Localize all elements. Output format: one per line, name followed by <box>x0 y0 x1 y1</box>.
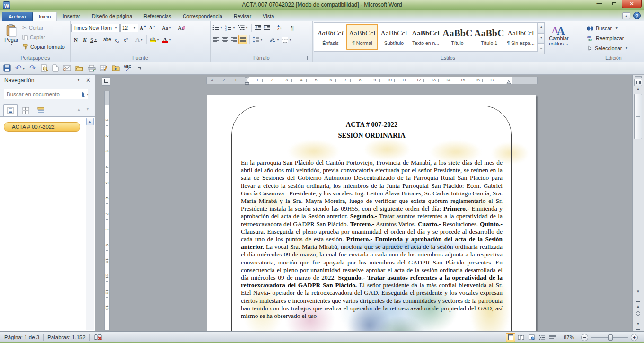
nav-tab-headings[interactable] <box>3 104 18 116</box>
tab-diseno-de-pagina[interactable]: Diseño de página <box>86 12 138 21</box>
view-fullscreen-reading-button[interactable] <box>516 333 526 342</box>
grow-font-button[interactable]: A▲ <box>139 23 148 32</box>
align-right-button[interactable] <box>229 35 238 44</box>
style-card-enfasis[interactable]: AaBbCcI Énfasis <box>315 24 346 50</box>
browse-object-button[interactable] <box>634 310 642 320</box>
tab-insertar[interactable]: Insertar <box>57 12 86 21</box>
subscript-button[interactable]: x₂ <box>113 35 121 44</box>
decrease-indent-button[interactable] <box>254 23 262 32</box>
shrink-font-button[interactable]: A▼ <box>148 23 157 32</box>
superscript-button[interactable]: x² <box>122 35 130 44</box>
font-dialog-launcher[interactable] <box>205 56 209 60</box>
print-preview-button[interactable] <box>40 63 48 73</box>
right-indent-marker[interactable] <box>506 80 511 84</box>
scroll-up-button[interactable]: ▲ <box>634 86 642 93</box>
font-color-button[interactable]: A ▼ <box>161 35 173 44</box>
paragraph-dialog-launcher[interactable] <box>307 56 311 60</box>
mail-attachment-button[interactable] <box>63 63 71 73</box>
zoom-level[interactable]: 87% <box>557 333 578 343</box>
style-card-subtitulo[interactable]: AaBbCcI Subtítulo <box>378 24 410 50</box>
save-button[interactable] <box>3 63 11 73</box>
paste-button[interactable]: Pegar ▼ <box>1 22 21 54</box>
close-button[interactable]: ✕ <box>622 0 642 8</box>
text-effects-button[interactable]: A▼ <box>134 35 144 44</box>
replace-button[interactable]: ab ac Reemplazar <box>587 33 628 43</box>
nav-scroll-up-button[interactable]: ▲ <box>86 118 94 125</box>
copy-button[interactable]: Copiar <box>21 33 65 42</box>
multilevel-list-button[interactable]: ▼ <box>237 23 249 32</box>
style-card-titulo-1[interactable]: AaBbC Título 1 <box>473 24 505 50</box>
nav-previous-button[interactable]: ▲ <box>77 107 81 112</box>
clear-formatting-button[interactable]: Aa <box>177 23 186 32</box>
bullets-button[interactable]: ▼ <box>212 23 224 32</box>
find-button[interactable]: Buscar ▼ <box>587 23 628 33</box>
nav-list-scrollbar[interactable]: ▲ <box>86 118 94 330</box>
help-button[interactable]: ? <box>633 12 641 19</box>
italic-button[interactable]: K <box>80 35 89 44</box>
quick-print-button[interactable]: ✓ <box>88 63 96 73</box>
show-marks-button[interactable]: ¶ <box>288 23 297 32</box>
change-styles-button[interactable]: A A Cambiar estilos ▼ <box>545 22 573 54</box>
search-options-dropdown[interactable]: ▼ <box>86 93 89 96</box>
style-card-titulo[interactable]: AaBbC Título <box>441 24 473 50</box>
tab-archivo[interactable]: Archivo <box>2 12 33 21</box>
align-left-button[interactable] <box>212 35 220 44</box>
tab-revisar[interactable]: Revisar <box>228 12 257 21</box>
split-handle[interactable] <box>635 76 642 78</box>
open-button[interactable] <box>75 63 83 73</box>
spelling-button[interactable]: ABC ✓ <box>124 63 131 73</box>
nav-tab-results[interactable] <box>34 104 48 116</box>
view-web-layout-button[interactable] <box>527 333 536 342</box>
search-input[interactable] <box>4 91 82 97</box>
styles-scroll-up-button[interactable]: ▲ <box>538 22 545 33</box>
underline-button[interactable]: S▼ <box>89 35 98 44</box>
style-card-normal[interactable]: AaBbCcI ¶ Normal <box>346 24 378 50</box>
redo-button[interactable]: ↷ <box>29 63 35 73</box>
tab-correspondencia[interactable]: Correspondencia <box>177 12 228 21</box>
bold-button[interactable]: N <box>71 35 80 44</box>
word-count[interactable]: Palabras: 1.152 <box>44 333 89 343</box>
new-document-button[interactable] <box>52 63 59 73</box>
font-size-combo[interactable]: 12 ▼ <box>120 24 138 32</box>
increase-indent-button[interactable] <box>263 23 271 32</box>
nav-tab-pages[interactable] <box>18 104 33 116</box>
tab-inicio[interactable]: Inicio <box>33 12 57 21</box>
qat-more-button[interactable]: ▼ <box>138 63 142 73</box>
cut-button[interactable]: ✂ Cortar <box>21 23 65 33</box>
zoom-slider[interactable] <box>591 337 628 338</box>
proofing-status-button[interactable] <box>90 333 106 343</box>
borders-button[interactable]: ▼ <box>281 35 293 44</box>
folder-special-button[interactable]: ★ <box>112 63 120 73</box>
zoom-slider-thumb[interactable] <box>608 334 613 341</box>
zoom-out-button[interactable]: – <box>581 334 588 341</box>
styles-dialog-launcher[interactable] <box>578 56 582 60</box>
nav-heading-item[interactable]: ACTA # 007-2022 <box>4 122 80 132</box>
tab-selector-button[interactable] <box>102 77 110 86</box>
tab-referencias[interactable]: Referencias <box>138 12 177 21</box>
page-indicator[interactable]: Página: 1 de 3 <box>0 333 43 343</box>
scroll-down-button[interactable]: ▼ <box>634 289 642 295</box>
strikethrough-button[interactable]: abe <box>102 35 112 44</box>
highlight-button[interactable]: ab ▼ <box>149 35 160 44</box>
navigation-close-button[interactable]: ✕ <box>86 75 91 86</box>
indent-markers[interactable] <box>245 76 249 86</box>
shading-button[interactable]: ▼ <box>268 35 281 44</box>
justify-button[interactable] <box>238 35 247 44</box>
style-card-sin-espaciado[interactable]: AaBbCcI ¶ Sin espa... <box>505 24 537 50</box>
sort-button[interactable]: A Z ↓ <box>275 23 284 32</box>
minimize-ribbon-button[interactable]: ▲ <box>622 12 630 19</box>
change-case-button[interactable]: Aa▼ <box>161 23 173 32</box>
undo-button[interactable]: ↶ ▼ <box>15 63 25 73</box>
line-spacing-button[interactable]: ▼ <box>252 35 264 44</box>
zoom-in-button[interactable]: + <box>631 334 638 341</box>
restore-button[interactable] <box>607 0 621 8</box>
align-center-button[interactable] <box>221 35 229 44</box>
style-card-texto-en-negrita[interactable]: AaBbCcl Texto en n... <box>410 24 441 50</box>
styles-more-button[interactable]: ≡ <box>538 44 545 54</box>
search-icon[interactable] <box>82 92 84 97</box>
font-family-combo[interactable]: Times New Rom ▼ <box>71 24 120 32</box>
minimize-button[interactable]: — <box>592 0 606 8</box>
doc-body-text[interactable]: En la parroquia San Plácido del Cantón P… <box>241 159 503 320</box>
navigation-options-dropdown[interactable]: ▼ <box>77 75 80 86</box>
nav-next-button[interactable]: ▼ <box>86 107 90 112</box>
